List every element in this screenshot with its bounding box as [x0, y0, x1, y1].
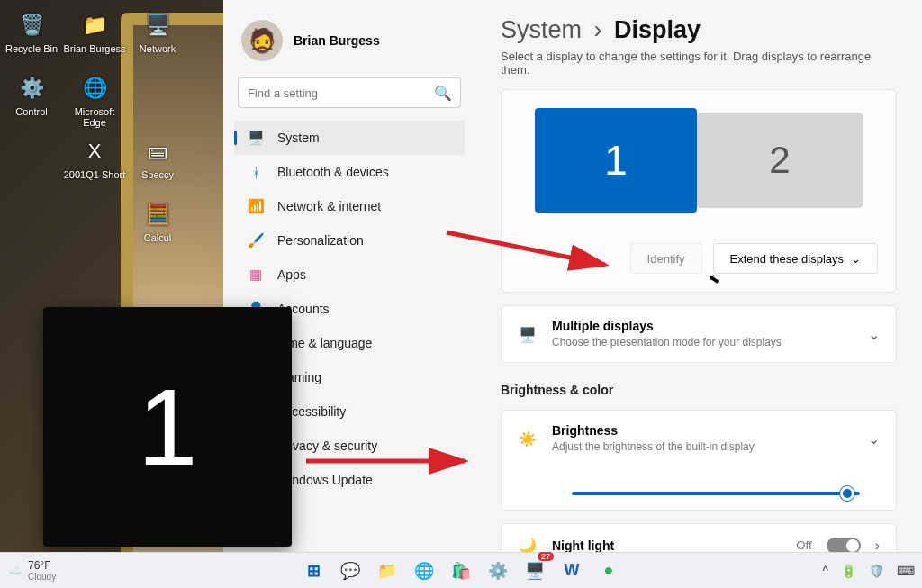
taskbar-explorer[interactable]: 📁	[370, 554, 404, 588]
taskbar-chat[interactable]: 💬	[333, 554, 367, 588]
sidebar-item-network-internet[interactable]: 📶Network & internet	[234, 189, 465, 223]
brightness-section-header: Brightness & color	[501, 383, 897, 397]
desktop-icon[interactable]	[0, 194, 63, 258]
sidebar-item-system[interactable]: 🖥️System	[234, 121, 465, 155]
display-1[interactable]: 1	[535, 108, 697, 213]
tray-icon[interactable]: 🛡️	[869, 564, 884, 578]
chevron-down-icon: ⌄	[868, 326, 880, 343]
sidebar-item-apps[interactable]: ▦Apps	[234, 258, 465, 292]
chevron-down-icon: ⌄	[851, 252, 861, 266]
nav-icon: ᚼ	[247, 163, 265, 181]
search-wrapper: 🔍	[238, 77, 461, 108]
user-name: Brian Burgess	[294, 33, 380, 48]
tray-icon[interactable]: ^	[822, 564, 828, 578]
search-icon: 🔍	[434, 85, 452, 102]
nav-icon: 📶	[247, 197, 265, 215]
taskbar-word[interactable]: W	[555, 554, 589, 588]
tray-icon[interactable]: 🔋	[841, 564, 856, 578]
nav-icon: 🖥️	[247, 129, 265, 147]
multiple-displays-card[interactable]: 🖥️ Multiple displays Choose the presenta…	[501, 305, 897, 363]
taskbar-weather[interactable]: ☁️ 76°F Cloudy	[0, 559, 65, 582]
taskbar-settings[interactable]: ⚙️	[481, 554, 515, 588]
desktop-icon[interactable]	[0, 131, 63, 194]
desktop-icon[interactable]: ⚙️Control	[0, 68, 63, 131]
nav-icon: ▦	[247, 266, 265, 284]
night-light-icon: 🌙	[518, 537, 538, 552]
user-profile[interactable]: 🧔 Brian Burgess	[234, 16, 465, 74]
desktop-icon[interactable]: 🗑️Recycle Bin	[0, 5, 63, 68]
taskbar-store[interactable]: 🛍️	[444, 554, 478, 588]
avatar: 🧔	[241, 20, 283, 61]
taskbar-screens[interactable]: 🖥️27	[518, 554, 552, 588]
desktop-icon[interactable]: 🧮Calcul	[126, 194, 189, 258]
search-input[interactable]	[238, 77, 461, 108]
brightness-icon: ☀️	[518, 430, 538, 448]
desktop-icon[interactable]: 📁Brian Burgess	[63, 5, 126, 68]
desktop-icon[interactable]	[126, 68, 189, 131]
breadcrumb-root[interactable]: System	[501, 16, 582, 43]
extend-displays-dropdown[interactable]: Extend these displays ⌄	[713, 243, 878, 274]
settings-content: System › Display Select a display to cha…	[475, 0, 922, 552]
desktop-icon[interactable]: 🖴Speccy	[126, 131, 189, 194]
display-2[interactable]: 2	[697, 113, 863, 208]
breadcrumb: System › Display	[501, 16, 897, 44]
displays-icon: 🖥️	[518, 326, 538, 343]
taskbar-edge[interactable]: 🌐	[407, 554, 441, 588]
sidebar-item-personalization[interactable]: 🖌️Personalization	[234, 223, 465, 258]
display-arrangement-panel: 1 2 Identify Extend these displays ⌄	[501, 89, 897, 293]
taskbar-start[interactable]: ⊞	[296, 554, 330, 588]
chevron-down-icon: ⌄	[868, 430, 880, 448]
desktop-icon[interactable]: 🌐Microsoft Edge	[63, 68, 126, 131]
night-light-card[interactable]: 🌙 Night light Off ›	[501, 523, 897, 552]
taskbar: ☁️ 76°F Cloudy ⊞💬📁🌐🛍️⚙️🖥️27W● ^🔋🛡️⌨	[0, 552, 922, 588]
brightness-slider[interactable]	[572, 492, 860, 495]
identify-button[interactable]: Identify	[630, 243, 702, 274]
page-subtitle: Select a display to change the settings …	[501, 50, 897, 77]
taskbar-spotify[interactable]: ●	[592, 554, 626, 588]
settings-window: 🧔 Brian Burgess 🔍 🖥️SystemᚼBluetooth & d…	[223, 0, 922, 552]
desktop-icon[interactable]: 🖥️Network	[126, 5, 189, 68]
breadcrumb-page: Display	[614, 16, 701, 43]
desktop-icons: 🗑️Recycle Bin📁Brian Burgess🖥️Network⚙️Co…	[0, 5, 223, 258]
nav-icon: 🖌️	[247, 231, 265, 249]
desktop-icon[interactable]	[63, 194, 126, 258]
desktop-icon[interactable]: X2001Q1 Short	[63, 131, 126, 194]
identify-overlay: 1	[43, 307, 292, 547]
brightness-card[interactable]: ☀️ Brightness Adjust the brightness of t…	[501, 410, 897, 511]
weather-icon: ☁️	[9, 565, 23, 577]
chevron-right-icon: ›	[875, 538, 880, 553]
tray-icon[interactable]: ⌨	[897, 564, 915, 578]
night-light-toggle[interactable]	[827, 538, 861, 553]
sidebar-item-bluetooth-devices[interactable]: ᚼBluetooth & devices	[234, 155, 465, 189]
